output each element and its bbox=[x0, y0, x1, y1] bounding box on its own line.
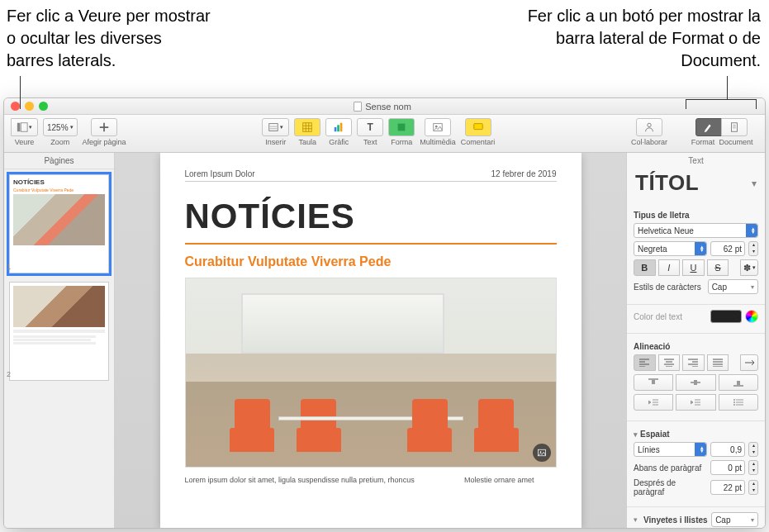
char-styles-select[interactable]: Cap▾ bbox=[708, 279, 758, 294]
align-left-button[interactable] bbox=[634, 354, 656, 371]
valign-top-button[interactable] bbox=[634, 374, 673, 391]
document-canvas[interactable]: Lorem Ipsum Dolor 12 febrer de 2019 NOTÍ… bbox=[115, 153, 626, 528]
svg-rect-15 bbox=[652, 380, 655, 384]
font-section: Tipus de lletra Helvetica Neue▴▾ Negreta… bbox=[627, 207, 765, 305]
text-color-section: Color del text bbox=[627, 310, 765, 334]
body-column-left[interactable]: Lorem ipsum dolor sit amet, ligula suspe… bbox=[185, 476, 449, 484]
valign-bottom-button[interactable] bbox=[719, 374, 758, 391]
view-button[interactable]: ▾ bbox=[11, 118, 38, 136]
insert-button[interactable]: ▾ bbox=[262, 118, 289, 136]
align-justify-button[interactable] bbox=[707, 354, 729, 371]
page-title[interactable]: NOTÍCIES bbox=[185, 197, 557, 236]
image-options-icon[interactable] bbox=[533, 444, 551, 462]
shape-label: Forma bbox=[391, 138, 412, 146]
font-family-select[interactable]: Helvetica Neue▴▾ bbox=[634, 223, 758, 238]
zoom-window-button[interactable] bbox=[39, 102, 48, 111]
insert-label: Inserir bbox=[265, 138, 286, 146]
space-before-label: Abans de paràgraf bbox=[634, 463, 707, 473]
running-header-right[interactable]: 12 febrer de 2019 bbox=[491, 169, 557, 178]
running-header-left[interactable]: Lorem Ipsum Dolor bbox=[185, 169, 255, 178]
bullets-section: ▾ Vinyetes i llistes Cap▾ Sense vinyetes… bbox=[627, 512, 765, 528]
svg-rect-1 bbox=[21, 123, 27, 132]
svg-rect-5 bbox=[338, 125, 340, 131]
indent-button[interactable] bbox=[676, 394, 715, 411]
svg-rect-17 bbox=[737, 381, 740, 385]
valign-middle-button[interactable] bbox=[676, 374, 715, 391]
paragraph-style-picker[interactable]: TÍTOL ▾ bbox=[627, 169, 765, 201]
alignment-section-label: Alineació bbox=[634, 342, 758, 351]
italic-button[interactable]: I bbox=[658, 259, 681, 276]
zoom-selector[interactable]: 125%▾ bbox=[43, 118, 78, 136]
font-size-field[interactable]: 62 pt bbox=[710, 241, 745, 256]
align-center-button[interactable] bbox=[658, 354, 681, 371]
document-page: Lorem Ipsum Dolor 12 febrer de 2019 NOTÍ… bbox=[160, 153, 581, 528]
svg-rect-12 bbox=[731, 123, 737, 132]
hero-image[interactable] bbox=[185, 278, 557, 468]
window-title-text: Sense nom bbox=[365, 102, 411, 112]
page-thumbnail[interactable]: 1 NOTÍCIES Curabitur Vulputate Viverra P… bbox=[9, 174, 109, 273]
svg-point-20 bbox=[733, 404, 735, 406]
line-spacing-stepper[interactable]: ▴▾ bbox=[748, 442, 758, 457]
svg-point-11 bbox=[648, 123, 651, 126]
collaborate-button[interactable] bbox=[636, 118, 662, 136]
chevron-down-icon: ▾ bbox=[752, 178, 757, 189]
color-picker-icon[interactable] bbox=[745, 310, 758, 323]
comment-label: Comentari bbox=[461, 138, 496, 146]
minimize-window-button[interactable] bbox=[25, 102, 34, 111]
text-color-label: Color del text bbox=[634, 312, 707, 321]
add-page-button[interactable] bbox=[91, 118, 117, 136]
page-thumbnail[interactable]: 2 bbox=[9, 282, 109, 381]
page-subtitle[interactable]: Curabitur Vulputate Viverra Pede bbox=[185, 254, 557, 269]
page-thumbnails: 1 NOTÍCIES Curabitur Vulputate Viverra P… bbox=[4, 169, 114, 528]
title-rule bbox=[185, 243, 557, 245]
line-spacing-mode-select[interactable]: Línies▴▾ bbox=[634, 442, 707, 457]
format-label: Format bbox=[689, 138, 717, 146]
svg-rect-7 bbox=[398, 124, 406, 131]
table-button[interactable] bbox=[294, 118, 320, 136]
underline-button[interactable]: U bbox=[682, 259, 705, 276]
body-columns[interactable]: Lorem ipsum dolor sit amet, ligula suspe… bbox=[185, 476, 557, 484]
svg-rect-6 bbox=[340, 123, 343, 132]
svg-point-14 bbox=[539, 451, 541, 453]
outdent-button[interactable] bbox=[634, 394, 673, 411]
svg-point-18 bbox=[733, 399, 735, 401]
text-direction-button[interactable] bbox=[740, 354, 758, 371]
space-after-stepper[interactable]: ▴▾ bbox=[748, 480, 758, 495]
help-annotations: Fer clic a Veure per mostrar o ocultar l… bbox=[0, 0, 769, 95]
window-title: Sense nom bbox=[48, 102, 717, 112]
text-label: Text bbox=[363, 138, 377, 146]
font-options-button[interactable]: ✽▾ bbox=[740, 259, 758, 276]
svg-rect-0 bbox=[17, 123, 21, 132]
font-weight-select[interactable]: Negreta▴▾ bbox=[634, 241, 707, 256]
shape-button[interactable] bbox=[388, 118, 415, 136]
collaborate-label: Col·laborar bbox=[631, 138, 667, 146]
format-button[interactable] bbox=[695, 118, 722, 136]
line-spacing-field[interactable]: 0,9 bbox=[710, 442, 745, 457]
space-before-field[interactable]: 0 pt bbox=[710, 460, 745, 475]
document-button[interactable] bbox=[721, 118, 748, 136]
svg-rect-4 bbox=[335, 127, 337, 131]
comment-button[interactable] bbox=[465, 118, 491, 136]
strikethrough-button[interactable]: S bbox=[707, 259, 729, 276]
space-after-field[interactable]: 22 pt bbox=[710, 480, 745, 495]
text-button[interactable]: T bbox=[357, 118, 383, 136]
font-size-stepper[interactable]: ▴▾ bbox=[748, 241, 758, 256]
align-right-button[interactable] bbox=[682, 354, 705, 371]
bullets-style-select[interactable]: Cap▾ bbox=[711, 512, 758, 527]
list-indent-button[interactable] bbox=[719, 394, 758, 411]
space-before-stepper[interactable]: ▴▾ bbox=[748, 460, 758, 475]
disclosure-triangle-icon[interactable]: ▾ bbox=[634, 515, 638, 524]
view-label: Veure bbox=[15, 138, 35, 146]
svg-rect-10 bbox=[473, 124, 482, 130]
format-inspector: Text TÍTOL ▾ Estil Disposició Més Tipus … bbox=[626, 153, 765, 528]
spacing-section: ▾Espaiat Línies▴▾ 0,9 ▴▾ Abans de paràgr… bbox=[627, 426, 765, 507]
alignment-section: Alineació bbox=[627, 339, 765, 421]
close-window-button[interactable] bbox=[11, 102, 20, 111]
chart-button[interactable] bbox=[325, 118, 352, 136]
table-label: Taula bbox=[299, 138, 317, 146]
disclosure-triangle-icon[interactable]: ▾ bbox=[634, 430, 638, 439]
text-color-well[interactable] bbox=[710, 310, 742, 323]
body-column-right[interactable]: Molestie ornare amet bbox=[464, 476, 556, 484]
bold-button[interactable]: B bbox=[634, 259, 656, 276]
media-button[interactable] bbox=[425, 118, 451, 136]
